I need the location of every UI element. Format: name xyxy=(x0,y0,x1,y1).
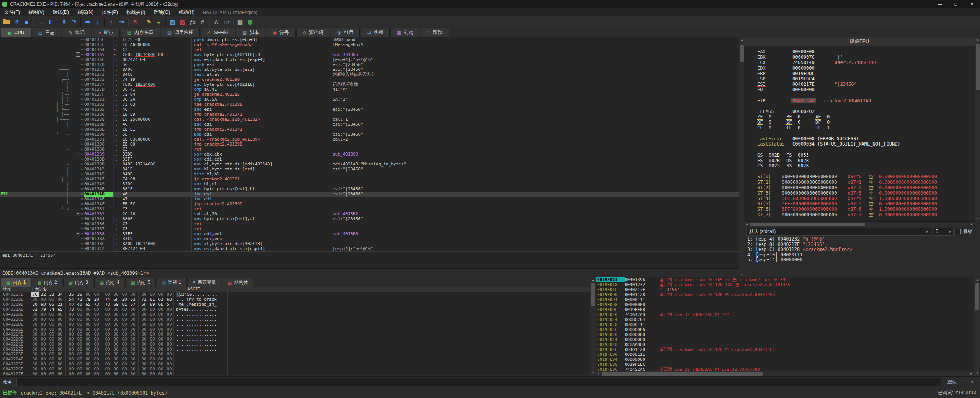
disasm-row[interactable]: −●00401365┌.C605 18214000 00mov byte ptr… xyxy=(0,52,739,57)
dump-row[interactable]: 0040221E00000000000000000000000000000000… xyxy=(0,342,590,347)
stack-row[interactable]: 0019FDE800000111 xyxy=(596,322,974,327)
dump-tab-内存 2[interactable]: ▦内存 2 xyxy=(32,278,62,287)
register-line[interactable]: ESI0040217E"|23456" xyxy=(757,82,975,87)
dump-row[interactable]: 0040223E00000000000000000000000000000000… xyxy=(0,352,590,357)
dump-tab-监视 1[interactable]: ◎监视 1 xyxy=(157,278,187,287)
hide-fpu-button[interactable]: 隐藏FPU xyxy=(744,37,975,46)
breakpoint-gutter[interactable]: ● xyxy=(69,182,84,187)
disasm-row[interactable]: ●00401391│.E8 03000000call <crackme2.sub… xyxy=(0,137,739,142)
disasm-row[interactable]: │╎●0040137D│.3C 41cmp al,4141:'A' xyxy=(0,87,739,92)
dump-tab-内存 1[interactable]: ▦内存 1 xyxy=(1,278,31,287)
stack-row[interactable]: 0019FDC800401232返回到 crackme2.sub_401128+… xyxy=(596,282,974,287)
breakpoint-gutter[interactable]: ● xyxy=(69,82,84,87)
register-line[interactable]: EAX00000000 xyxy=(757,49,975,54)
dump-row[interactable]: 004021DE00000000000000000000000000000000… xyxy=(0,322,590,327)
dump-row[interactable]: 0040217E7C323334353600000000000000000000… xyxy=(0,292,590,297)
stack-row[interactable]: 0019FDD400000111 xyxy=(596,297,974,302)
menu-item[interactable]: 文件(F) xyxy=(0,8,24,16)
stack-row[interactable]: 0019FDFC00401128返回到 crackme2.sub_401128 … xyxy=(596,347,974,352)
breakpoint-gutter[interactable]: ● xyxy=(69,122,84,127)
command-input[interactable] xyxy=(16,378,941,386)
trace-over-icon[interactable]: ▨ xyxy=(178,17,188,26)
tab-日志[interactable]: ▤日志 xyxy=(32,28,61,37)
disasm-row[interactable]: −●004013B2┌.2C 20sub al,20sub_4013B2 xyxy=(0,211,739,216)
argument-row[interactable]: 1: [esp+4] 00401232 "h~!@"6" xyxy=(747,237,978,242)
register-line[interactable]: ST(6)3FFF8000000000000000x87r6空1.0000000… xyxy=(757,206,975,212)
register-line[interactable]: ZF0PF0AF0 xyxy=(757,114,975,120)
register-line[interactable]: LastStatusC0000034 (STATUS_OBJECT_NAME_N… xyxy=(757,141,975,147)
register-line[interactable]: ST(5)3FFE8000000000000000x87r5空0.5000000… xyxy=(757,201,975,206)
stack-row[interactable]: 0019FDE4000B0764 xyxy=(596,317,974,322)
stack-row[interactable]: 0019FE0400000000 xyxy=(596,357,974,362)
stack-row[interactable]: 0019FDC400401396返回到 crackme2.sub_401365+… xyxy=(596,277,974,282)
step-out-icon[interactable]: ↑ xyxy=(106,17,116,26)
breakpoint-gutter[interactable]: ● xyxy=(69,97,84,102)
breakpoint-gutter[interactable]: ● xyxy=(69,107,84,112)
dump-row[interactable]: 0040226E00000000000000000000000000000000… xyxy=(0,367,590,372)
tab-调用堆栈[interactable]: ▥调用堆栈 xyxy=(161,28,200,37)
breakpoint-gutter[interactable]: ● xyxy=(69,132,84,137)
argument-row[interactable]: 3: [esp+C] 00401128 <crackme2.WndProc> xyxy=(747,247,978,252)
dump-row[interactable]: 0040227E00000000000000000000000000000000… xyxy=(0,372,590,375)
calculator-icon[interactable]: ▦ xyxy=(235,17,245,26)
menu-item[interactable]: 收藏夹(I) xyxy=(122,8,149,16)
dump-row[interactable]: 0040220E00000000000000000000000000000000… xyxy=(0,337,590,342)
breakpoint-gutter[interactable]: ● xyxy=(69,162,84,167)
register-line[interactable]: ST(4)3FFF8000000000000000x87r4空1.0000000… xyxy=(757,196,975,201)
unlock-checkbox[interactable] xyxy=(956,229,961,234)
disasm-row[interactable]: │──●00401386│.ˆEB E9jmp crackme2.401371 xyxy=(0,112,739,117)
disasm-row[interactable]: └╌╌╌→●00401390│.5Epop esiesi:"|23456" xyxy=(0,132,739,137)
registers-hscrollbar[interactable]: ◄ ► xyxy=(744,221,975,227)
register-line[interactable]: ST(2)00000000000000000000x87r2空0.0000000… xyxy=(757,185,975,190)
disasm-row[interactable]: EIP│╎●004013AD│.46inc esiesi:"|23456" xyxy=(0,192,739,197)
breakpoint-gutter[interactable]: ● xyxy=(69,67,84,72)
breakpoint-gutter[interactable]: ● xyxy=(69,241,84,246)
stack-row[interactable]: 0019FDE074D647AB返回到 user32.74D647AB 自 ??… xyxy=(596,312,974,317)
patches-icon[interactable]: ≡ xyxy=(154,17,164,26)
disasm-row[interactable]: └╌→●004013B1└.C3ret xyxy=(0,206,739,211)
register-line[interactable]: CS0023SS002B xyxy=(757,163,975,169)
menu-item[interactable]: 选项(O) xyxy=(149,8,174,16)
stack-row[interactable]: 0019FDCC0040217E"|23456" xyxy=(596,287,974,292)
tab-句柄[interactable]: ▩句柄 xyxy=(390,28,420,37)
register-line[interactable]: EIP004013AD crackme2.004013AD xyxy=(757,98,975,103)
disasm-row[interactable]: │┌╌╌●00401375│.ˇ74 19je crackme2.401390 xyxy=(0,77,739,82)
disasm-row[interactable]: │╎└╌→●00401385│.46inc esiesi:"|23456" xyxy=(0,107,739,112)
disasm-row[interactable]: −●004013B8┌.33FFxor edi,edisub_4013B8 xyxy=(0,231,739,236)
disasm-row[interactable]: ───→●00401371│.8A06mov al,byte ptr ds:[e… xyxy=(0,67,739,72)
menu-item[interactable]: 跟踪(N) xyxy=(73,8,98,16)
stack-row[interactable]: 0019FDF000000000 xyxy=(596,332,974,337)
disasm-row[interactable]: │╎●004013AE│.47inc edi xyxy=(0,197,739,201)
disasm-row[interactable]: ──●0040138E│.ˆEB E1jmp crackme2.401371 xyxy=(0,127,739,132)
breakpoint-gutter[interactable]: ● xyxy=(69,42,84,47)
dump-tab-局部变量[interactable]: ≡局部变量 xyxy=(187,278,221,287)
register-line[interactable]: EFLAGS00000202 xyxy=(757,109,975,114)
tab-SEH链[interactable]: ⚠SEH链 xyxy=(201,28,235,37)
breakpoint-gutter[interactable]: ● xyxy=(69,177,84,182)
tab-内存布局[interactable]: ▦内存布局 xyxy=(121,28,160,37)
stack-scrollbar[interactable]: ▲ ▼ xyxy=(974,277,980,376)
restart-icon[interactable]: ↺ xyxy=(11,17,21,26)
breakpoint-gutter[interactable]: ● xyxy=(69,92,84,97)
menu-item[interactable]: 调试(D) xyxy=(49,8,73,16)
step-over-icon[interactable]: ↷ xyxy=(69,17,79,26)
breakpoint-gutter[interactable]: ● xyxy=(69,221,84,226)
register-line[interactable]: ST(0)00000000000000000000x87r0空0.0000000… xyxy=(757,174,975,179)
breakpoint-gutter[interactable]: −● xyxy=(69,211,84,216)
tab-线程[interactable]: ⇉线程 xyxy=(361,28,390,37)
breakpoint-gutter[interactable]: ● xyxy=(69,201,84,206)
breakpoint-gutter[interactable]: ● xyxy=(69,57,84,62)
dump-row[interactable]: 0040222E00000000000000000000000000000000… xyxy=(0,347,590,352)
stack-row[interactable]: 0019FDD000401128返回到 crackme2.sub_401128 … xyxy=(596,292,974,297)
disasm-row[interactable]: │●004013A5│.84DBtest bl,bl xyxy=(0,172,739,177)
breakpoint-gutter[interactable]: ● xyxy=(69,87,84,92)
breakpoint-gutter[interactable]: ● xyxy=(69,147,84,152)
breakpoint-gutter[interactable]: ● xyxy=(69,246,84,251)
stack-row[interactable]: 0019FDF400000000 xyxy=(596,337,974,342)
stack-row[interactable]: 0019FE0000000111 xyxy=(596,352,974,357)
execute-till-return-icon[interactable]: ⇒ xyxy=(83,17,93,26)
dump-row[interactable]: 0040225E00000000000000000000000000000000… xyxy=(0,362,590,367)
disasm-row[interactable]: ●0040136C│.8B7424 04mov esi,dword ptr ss… xyxy=(0,57,739,62)
collapse-box-icon[interactable]: − xyxy=(76,232,80,236)
font-icon[interactable]: A xyxy=(211,17,221,26)
